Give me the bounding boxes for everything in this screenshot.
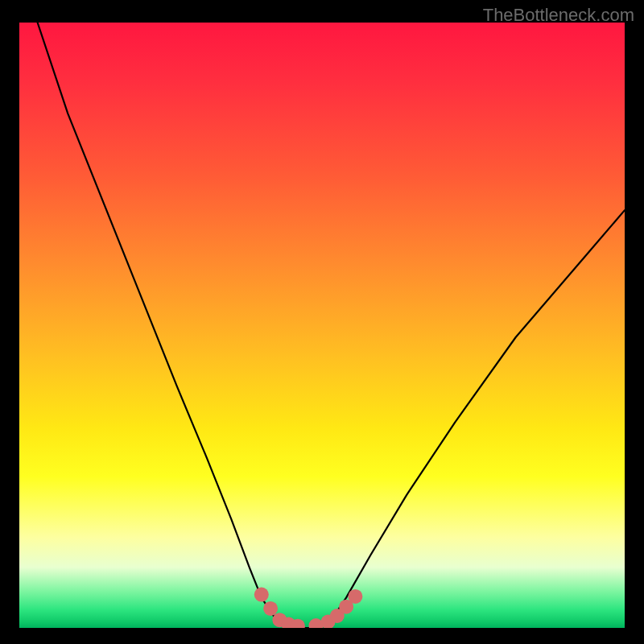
watermark-text: TheBottleneck.com [483,5,634,26]
highlight-dot [263,601,278,616]
chart-container: TheBottleneck.com [0,0,644,644]
highlight-dot [348,589,362,604]
highlight-dots-group [254,588,363,628]
plot-area [19,23,625,628]
highlight-dot [254,588,269,602]
curve-layer [19,23,625,628]
bottleneck-curve-path [38,23,625,628]
